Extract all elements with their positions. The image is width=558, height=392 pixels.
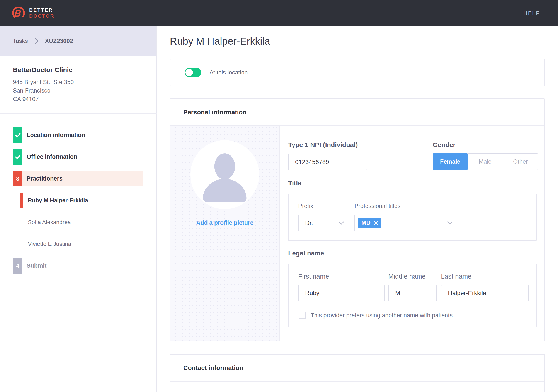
personal-information-header: Personal information: [170, 99, 544, 126]
location-complete-badge: [13, 127, 22, 143]
help-button[interactable]: HELP: [506, 0, 558, 26]
at-this-location-toggle[interactable]: [185, 68, 201, 77]
clinic-address-line2: San Francisco: [13, 86, 156, 95]
gender-option-other[interactable]: Other: [503, 154, 538, 170]
avatar: [190, 140, 259, 209]
sidebar-item-practitioners[interactable]: 3 Practitioners: [0, 168, 157, 189]
clinic-info: BetterDoctor Clinic 945 Bryant St., Ste …: [0, 56, 156, 103]
sidebar-item-practitioner-ruby[interactable]: Ruby M Halper-Erkkila: [0, 189, 157, 211]
chevron-right-icon: [34, 37, 39, 45]
submit-step-badge: 4: [13, 258, 22, 273]
active-practitioner-indicator: [20, 193, 23, 208]
sidebar-item-practitioner-viviette[interactable]: Viviette E Justina: [0, 233, 157, 255]
sidebar-item-location-information[interactable]: Location information: [0, 124, 157, 146]
sidebar-item-label: Submit: [26, 262, 47, 269]
contact-information-card: Contact information: [170, 354, 545, 392]
practitioners-step-badge: 3: [13, 171, 22, 187]
middle-name-input[interactable]: M: [388, 285, 436, 301]
profile-photo-panel: Add a profile picture: [170, 126, 280, 341]
breadcrumb: Tasks XUZ23002: [0, 26, 156, 56]
at-this-location-card: At this location: [170, 59, 545, 86]
sidebar-item-label: Location information: [26, 132, 85, 138]
logo-word-better: BETTER: [29, 7, 54, 13]
sidebar-item-practitioner-sofia[interactable]: Sofia Alexandrea: [0, 211, 157, 233]
chip-value: MD: [361, 220, 371, 226]
middle-name-value: M: [395, 290, 400, 297]
check-icon: [15, 155, 21, 159]
practitioner-name: Sofia Alexandrea: [28, 219, 71, 226]
sidebar-item-label: Office information: [26, 153, 77, 160]
clinic-address-line3: CA 94107: [13, 95, 156, 103]
sidebar: Tasks XUZ23002 BetterDoctor Clinic 945 B…: [0, 26, 157, 392]
chevron-down-icon: [339, 221, 344, 225]
practitioner-name: Ruby M Halper-Erkkila: [28, 197, 88, 204]
professional-titles-select[interactable]: MD: [354, 214, 458, 231]
personal-information-form: Type 1 NPI (Individual) 0123456789 Gende…: [280, 126, 544, 341]
last-name-input[interactable]: Halper-Erkkila: [441, 285, 529, 301]
last-name-value: Halper-Erkkila: [448, 290, 486, 297]
check-icon: [15, 133, 21, 137]
chevron-down-icon: [447, 221, 453, 225]
sidebar-divider: [0, 113, 157, 114]
main-content: Ruby M Halper-Erkkila At this location P…: [157, 26, 558, 392]
breadcrumb-tasks-link[interactable]: Tasks: [13, 38, 28, 44]
prefers-other-name-checkbox[interactable]: [299, 312, 306, 319]
gender-option-male[interactable]: Male: [468, 154, 503, 170]
app-header: B BETTER DOCTOR HELP: [0, 0, 558, 26]
office-complete-badge: [13, 149, 22, 165]
title-group-label: Title: [288, 179, 301, 187]
middle-name-label: Middle name: [388, 273, 426, 280]
add-profile-picture-link[interactable]: Add a profile picture: [170, 220, 279, 226]
prefix-select[interactable]: Dr.: [298, 214, 349, 231]
contact-information-header: Contact information: [170, 355, 544, 382]
toggle-knob-icon: [185, 69, 193, 76]
breadcrumb-current-task: XUZ23002: [45, 38, 73, 44]
logo-word-doctor: DOCTOR: [29, 13, 54, 19]
practitioner-name: Viviette E Justina: [28, 241, 71, 247]
npi-value: 0123456789: [295, 159, 329, 165]
prefix-label: Prefix: [298, 203, 313, 210]
npi-label: Type 1 NPI (Individual): [288, 141, 358, 149]
professional-titles-label: Professional titles: [354, 203, 401, 210]
legal-name-group-label: Legal name: [288, 250, 324, 257]
betterdoctor-logo-icon: B: [11, 6, 26, 20]
gender-option-female[interactable]: Female: [433, 153, 468, 170]
page-title: Ruby M Halper-Erkkila: [170, 35, 270, 47]
section-title: Contact information: [183, 364, 244, 372]
clinic-address-line1: 945 Bryant St., Ste 350: [13, 78, 156, 86]
last-name-label: Last name: [441, 273, 471, 280]
sidebar-item-submit[interactable]: 4 Submit: [0, 255, 157, 277]
sidebar-item-label: Practitioners: [26, 175, 62, 182]
clinic-name: BetterDoctor Clinic: [13, 66, 156, 74]
gender-segmented-control: Female Male Other: [433, 153, 538, 170]
title-fieldset: Prefix Dr. Professional titles MD: [288, 194, 537, 241]
prefix-value: Dr.: [305, 220, 313, 227]
sidebar-item-office-information[interactable]: Office information: [0, 146, 157, 168]
prefers-other-name-label: This provider prefers using another name…: [311, 312, 454, 319]
section-title: Personal information: [183, 109, 246, 116]
personal-information-card: Personal information Add a profile pictu…: [170, 98, 545, 341]
first-name-label: First name: [298, 273, 329, 280]
betterdoctor-logo[interactable]: B BETTER DOCTOR: [11, 6, 54, 20]
first-name-input[interactable]: Ruby: [298, 285, 385, 301]
svg-text:B: B: [14, 8, 22, 18]
gender-label: Gender: [433, 141, 455, 149]
clinic-address: 945 Bryant St., Ste 350 San Francisco CA…: [13, 78, 156, 103]
logo-wordmark: BETTER DOCTOR: [29, 7, 54, 19]
professional-title-chip: MD: [358, 218, 382, 228]
chip-remove-icon[interactable]: [374, 221, 378, 225]
legal-name-fieldset: First name Middle name Last name Ruby M …: [288, 264, 537, 327]
person-silhouette-icon: [190, 140, 259, 209]
toggle-label: At this location: [209, 69, 248, 76]
first-name-value: Ruby: [305, 290, 319, 297]
sidebar-nav: Location information Office information …: [0, 124, 157, 277]
npi-input[interactable]: 0123456789: [288, 154, 367, 170]
